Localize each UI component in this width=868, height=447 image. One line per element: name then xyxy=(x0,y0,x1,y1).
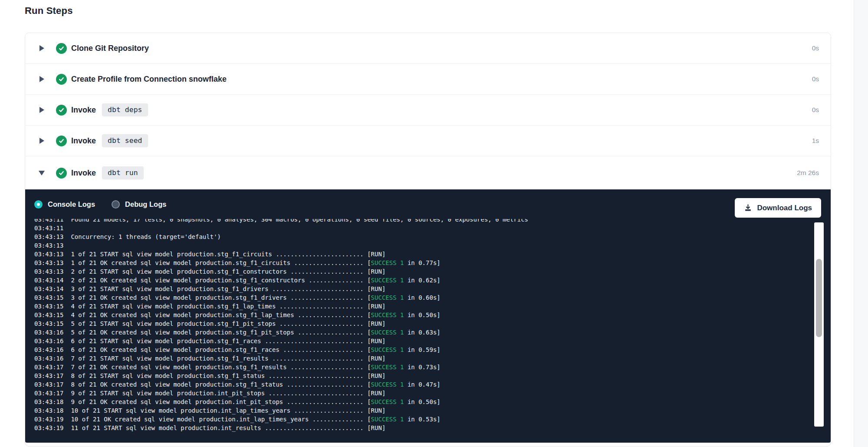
log-line: 03:43:1911 of 21 START sql view model pr… xyxy=(34,424,813,432)
download-icon xyxy=(744,204,757,212)
log-line: 03:43:1910 of 21 OK created sql view mod… xyxy=(34,415,813,424)
step-label: Invoke xyxy=(71,106,96,115)
log-line: 03:43:166 of 21 START sql view model pro… xyxy=(34,337,813,345)
step-label: Invoke xyxy=(71,136,96,146)
console-log-panel: Console Logs Debug Logs Download Logs xyxy=(25,189,831,443)
step-duration: 1s xyxy=(812,137,831,145)
console-logs-label: Console Logs xyxy=(48,200,95,209)
log-line: 03:43:177 of 21 OK created sql view mode… xyxy=(34,363,813,371)
log-line: 03:43:153 of 21 OK created sql view mode… xyxy=(34,293,813,302)
success-check-icon xyxy=(56,74,67,85)
download-logs-button[interactable]: Download Logs xyxy=(735,198,821,218)
download-logs-label: Download Logs xyxy=(757,204,812,212)
step-label: Clone Git Repository xyxy=(71,44,149,53)
log-line: 03:43:142 of 21 OK created sql view mode… xyxy=(34,276,813,285)
log-output-viewport[interactable]: 03:43:11Found 21 models, 17 tests, 0 sna… xyxy=(25,219,813,440)
log-line: 03:43:13 xyxy=(34,241,813,250)
log-line: 03:43:167 of 21 START sql view model pro… xyxy=(34,354,813,363)
expand-chevron-icon[interactable] xyxy=(39,76,45,82)
log-line: 03:43:1810 of 21 START sql view model pr… xyxy=(34,406,813,415)
log-line: 03:43:11 xyxy=(34,224,813,232)
log-line: 03:43:143 of 21 START sql view model pro… xyxy=(34,285,813,293)
success-check-icon xyxy=(56,43,67,54)
success-check-icon xyxy=(56,136,67,146)
step-duration: 2m 26s xyxy=(797,169,831,177)
step-duration: 0s xyxy=(812,44,831,52)
run-steps-card: Clone Git Repository 0s Create Profile f… xyxy=(25,33,831,447)
success-check-icon xyxy=(56,168,67,179)
log-line: 03:43:131 of 21 OK created sql view mode… xyxy=(34,258,813,267)
run-step-row[interactable]: Invoke dbt seed 1s xyxy=(25,126,831,156)
run-step-row[interactable]: Invoke dbt run 2m 26s xyxy=(25,156,831,189)
run-steps-page: Run Steps Clone Git Repository 0s Create… xyxy=(0,0,868,447)
log-scrollbar-thumb[interactable] xyxy=(816,259,822,337)
log-line: 03:43:165 of 21 OK created sql view mode… xyxy=(34,328,813,337)
run-step-row[interactable]: Clone Git Repository 0s xyxy=(25,33,831,64)
step-label: Invoke xyxy=(71,169,96,178)
run-steps-list: Clone Git Repository 0s Create Profile f… xyxy=(25,33,831,189)
log-line: 03:43:154 of 21 OK created sql view mode… xyxy=(34,311,813,319)
log-line: 03:43:11Found 21 models, 17 tests, 0 sna… xyxy=(34,219,813,224)
log-line: 03:43:178 of 21 OK created sql view mode… xyxy=(34,380,813,389)
console-logs-radio[interactable]: Console Logs xyxy=(34,200,95,209)
log-line: 03:43:189 of 21 OK created sql view mode… xyxy=(34,397,813,406)
run-step-row[interactable]: Create Profile from Connection snowflake… xyxy=(25,64,831,95)
log-line: 03:43:179 of 21 START sql view model pro… xyxy=(34,389,813,397)
log-lines: 03:43:11Found 21 models, 17 tests, 0 sna… xyxy=(25,219,813,432)
success-check-icon xyxy=(56,105,67,116)
log-line: 03:43:131 of 21 START sql view model pro… xyxy=(34,250,813,258)
log-line: 03:43:154 of 21 START sql view model pro… xyxy=(34,302,813,311)
run-step-row[interactable]: Invoke dbt deps 0s xyxy=(25,95,831,126)
log-line: 03:43:178 of 21 START sql view model pro… xyxy=(34,371,813,380)
step-command-badge: dbt seed xyxy=(102,134,148,147)
expand-chevron-icon[interactable] xyxy=(39,171,45,175)
step-command-badge: dbt run xyxy=(102,166,144,179)
step-command-badge: dbt deps xyxy=(102,103,148,116)
adjacent-panel-strip xyxy=(854,0,868,447)
log-scrollbar-track[interactable] xyxy=(814,222,824,427)
radio-unselected-icon[interactable] xyxy=(112,200,120,209)
log-type-selector: Console Logs Debug Logs xyxy=(34,189,166,219)
log-line: 03:43:132 of 21 START sql view model pro… xyxy=(34,267,813,276)
expand-chevron-icon[interactable] xyxy=(39,45,45,51)
log-line: 03:43:13Concurrency: 1 threads (target='… xyxy=(34,232,813,241)
step-duration: 0s xyxy=(812,106,831,114)
page-title: Run Steps xyxy=(25,5,73,17)
debug-logs-radio[interactable]: Debug Logs xyxy=(112,200,166,209)
radio-selected-icon[interactable] xyxy=(34,200,43,209)
step-duration: 0s xyxy=(812,75,831,83)
debug-logs-label: Debug Logs xyxy=(125,200,166,209)
expand-chevron-icon[interactable] xyxy=(39,138,45,144)
step-label: Create Profile from Connection snowflake xyxy=(71,75,227,84)
log-line: 03:43:166 of 21 OK created sql view mode… xyxy=(34,345,813,354)
expand-chevron-icon[interactable] xyxy=(39,107,45,113)
log-line: 03:43:155 of 21 START sql view model pro… xyxy=(34,319,813,328)
